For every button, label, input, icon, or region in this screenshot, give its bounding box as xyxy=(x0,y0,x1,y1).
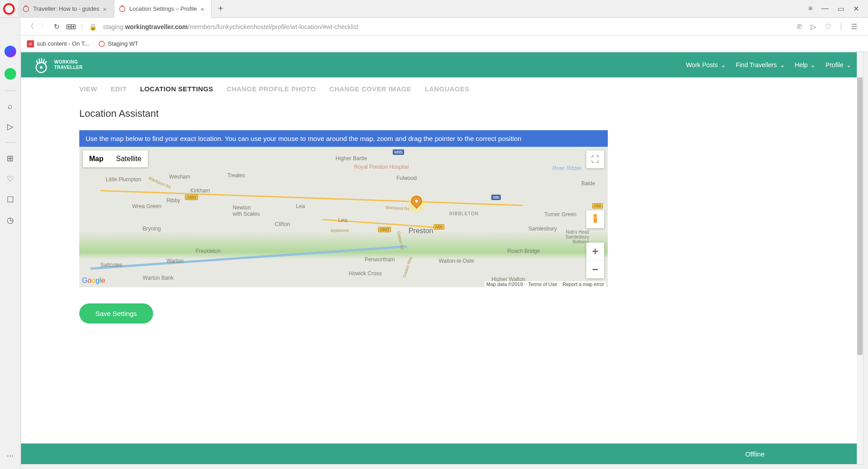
browser-titlebar: Traveller: How to - guides × Location Se… xyxy=(0,0,868,18)
site-header: WORKING TRAVELLER Work Posts⌄ Find Trave… xyxy=(21,52,863,77)
map-label: Wrea Green xyxy=(132,203,161,209)
bookmark-1[interactable]: ot sub content - On T... xyxy=(27,40,89,47)
tab-view[interactable]: VIEW xyxy=(79,85,97,93)
site-logo-line2: TRAVELLER xyxy=(54,65,83,70)
map-road-name: Blackpool Rd xyxy=(148,176,172,190)
map-label: Lea xyxy=(296,203,305,209)
map-label: Roach Bridge xyxy=(507,248,540,254)
zoom-out-button[interactable]: − xyxy=(586,260,604,278)
wt-icon xyxy=(22,5,30,13)
close-icon[interactable]: × xyxy=(201,6,207,12)
maximize-icon[interactable]: ▭ xyxy=(838,4,844,13)
map-label: Little Plumpton xyxy=(106,176,141,183)
news-icon[interactable]: ☐ xyxy=(7,195,14,205)
map-label: Newton with Scales xyxy=(232,205,260,217)
pegman-icon xyxy=(590,213,600,225)
svg-point-0 xyxy=(23,6,29,12)
messenger-icon[interactable] xyxy=(4,46,16,57)
map-type-satellite[interactable]: Satellite xyxy=(110,150,148,167)
nav-work-posts[interactable]: Work Posts⌄ xyxy=(686,61,726,68)
map-label: Freckleton xyxy=(196,248,221,254)
back-icon[interactable]: 〈 xyxy=(27,22,34,31)
speed-dials-icon[interactable]: ⊞ xyxy=(7,153,13,163)
map-type-control: Map Satellite xyxy=(83,150,148,167)
tab-languages[interactable]: LANGUAGES xyxy=(425,85,469,93)
svg-point-4 xyxy=(40,66,43,69)
google-logo: Google xyxy=(82,277,105,285)
address-bar: 〈 〉 ↻ ⊞⊞ | 🔒 staging.workingtraveller.co… xyxy=(0,18,868,36)
history-icon[interactable]: ◷ xyxy=(7,215,14,225)
speed-dial-icon[interactable]: ⊞⊞ xyxy=(66,22,75,31)
flow-icon[interactable]: ▷ xyxy=(7,122,13,132)
site-footer: Offline xyxy=(21,443,863,464)
map-label: Treales xyxy=(227,172,245,179)
settings-toggle-icon[interactable]: ☰ xyxy=(851,22,857,31)
tab-change-profile-photo[interactable]: CHANGE PROFILE PHOTO xyxy=(227,85,316,93)
location-map[interactable]: A583 A583 A59 A59 M55 M6 Little Plumpton… xyxy=(79,147,608,287)
nav-find-travellers[interactable]: Find Travellers⌄ xyxy=(736,61,785,68)
road-tag-a59-2: A59 xyxy=(592,203,603,209)
svg-point-2 xyxy=(99,41,104,47)
zoom-in-button[interactable]: + xyxy=(586,243,604,260)
chat-status[interactable]: Offline xyxy=(745,450,765,458)
map-label: Ribby xyxy=(167,197,180,204)
snapshot-icon[interactable]: ⎚ xyxy=(797,22,802,31)
more-icon[interactable]: ⋯ xyxy=(7,452,14,460)
vertical-scrollbar[interactable] xyxy=(857,52,863,464)
nav-profile[interactable]: Profile⌄ xyxy=(825,61,851,68)
map-label: Royal Preston Hospital xyxy=(354,164,409,170)
close-icon[interactable]: × xyxy=(103,6,109,12)
site-logo-line1: WORKING xyxy=(54,60,83,65)
window-close-icon[interactable]: ✕ xyxy=(853,4,859,13)
whatsapp-icon[interactable] xyxy=(4,68,16,80)
map-attr-terms[interactable]: Terms of Use xyxy=(528,281,557,287)
site-logo[interactable]: WORKING TRAVELLER xyxy=(33,56,83,73)
flow-icon[interactable]: ▷ xyxy=(811,22,816,31)
save-settings-button[interactable]: Save Settings xyxy=(79,303,153,324)
minimize-icon[interactable]: — xyxy=(821,4,829,13)
fullscreen-icon[interactable]: ⛶ xyxy=(586,150,604,168)
road-tag-m6: M6 xyxy=(491,195,501,200)
map-attr-report[interactable]: Report a map error xyxy=(563,281,604,287)
sidebar-rail: ⌕ ▷ ⊞ ♡ ☐ ◷ ⋯ xyxy=(0,18,21,469)
map-label: RIBBLETON xyxy=(449,211,479,216)
bookmarks-bar: ot sub content - On T... Staging WT xyxy=(0,36,868,52)
map-label: Turner Green xyxy=(544,211,576,217)
search-icon[interactable]: ⌕ xyxy=(8,102,13,111)
bookmark-2-label: Staging WT xyxy=(108,40,138,47)
tab-edit[interactable]: EDIT xyxy=(111,85,127,93)
map-label: River Ribble xyxy=(552,165,581,171)
map-label: Howick Cross xyxy=(349,270,382,277)
pegman-control[interactable] xyxy=(586,210,604,228)
tab-location-settings[interactable]: LOCATION SETTINGS xyxy=(140,85,213,93)
map-label: Higher Bartle xyxy=(335,155,367,162)
map-label: Balde xyxy=(581,180,595,187)
easy-setup-icon[interactable]: ≡ xyxy=(808,4,812,13)
reload-icon[interactable]: ↻ xyxy=(54,22,60,31)
browser-tab-2[interactable]: Location Settings – Profile × xyxy=(114,0,212,18)
map-road-name: Ribbleway xyxy=(330,228,349,233)
forward-icon: 〉 xyxy=(40,22,47,31)
new-tab-button[interactable]: + xyxy=(212,4,230,14)
url-text[interactable]: staging.workingtraveller.com/members/fun… xyxy=(103,23,358,30)
page-title: Location Assistant xyxy=(79,108,608,119)
bookmark-2[interactable]: Staging WT xyxy=(98,40,138,47)
lock-icon[interactable]: 🔒 xyxy=(89,23,97,30)
svg-rect-6 xyxy=(593,217,597,223)
map-label: Nab's Head Samlesbury Bottoms xyxy=(566,230,589,244)
map-type-map[interactable]: Map xyxy=(83,150,110,167)
map-road-name: Golden Way xyxy=(402,256,413,278)
viewport: WORKING TRAVELLER Work Posts⌄ Find Trave… xyxy=(21,52,864,465)
map-label: Bryning xyxy=(143,226,161,232)
map-marker[interactable] xyxy=(408,196,425,212)
nav-help[interactable]: Help⌄ xyxy=(795,61,816,68)
scrollbar-thumb[interactable] xyxy=(857,77,863,355)
chevron-down-icon: ⌄ xyxy=(721,61,726,68)
map-label: Warton Bank xyxy=(143,275,174,281)
tab-change-cover-image[interactable]: CHANGE COVER IMAGE xyxy=(329,85,411,93)
heart-icon[interactable]: ♡ xyxy=(7,174,14,184)
road-tag-a59: A59 xyxy=(434,224,444,230)
heart-icon[interactable]: ♡ xyxy=(825,22,831,31)
chat-status-label: Offline xyxy=(745,450,765,458)
browser-tab-1[interactable]: Traveller: How to - guides × xyxy=(18,0,114,18)
